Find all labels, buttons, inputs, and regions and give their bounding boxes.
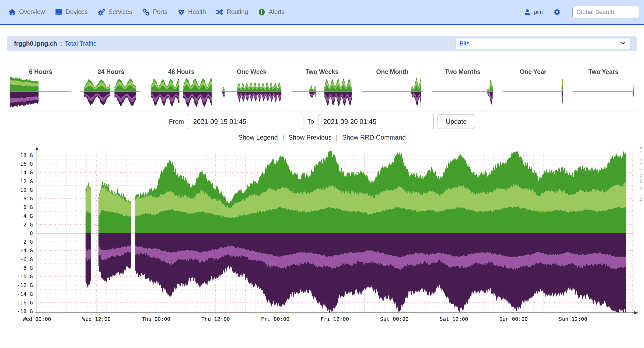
show-legend-link[interactable]: Show Legend — [238, 134, 278, 141]
time-range-one-year[interactable]: One Year — [498, 68, 568, 111]
svg-text:4 G: 4 G — [23, 213, 33, 219]
nav-item-ports[interactable]: Ports — [142, 8, 167, 16]
nav-item-label: Routing — [227, 8, 248, 16]
show-previous-link[interactable]: Show Previous — [288, 134, 331, 141]
settings-gear-icon[interactable] — [553, 8, 561, 16]
page-title-link[interactable]: Total Traffic — [65, 40, 96, 47]
svg-text:Fri 00:00: Fri 00:00 — [261, 316, 289, 322]
time-range-one-month[interactable]: One Month — [357, 68, 428, 111]
nav-item-label: Devices — [66, 8, 88, 16]
svg-text:Sun 00:00: Sun 00:00 — [499, 316, 528, 322]
from-label: From — [169, 118, 184, 125]
svg-text:Thu 12:00: Thu 12:00 — [201, 316, 230, 322]
user-menu[interactable]: pim — [523, 8, 543, 16]
gears-icon — [97, 8, 106, 16]
nav-item-health[interactable]: Health — [177, 8, 206, 16]
svg-text:2 G: 2 G — [23, 222, 33, 228]
svg-text:Sun 12:00: Sun 12:00 — [559, 316, 587, 322]
time-range-label: Two Weeks — [305, 68, 338, 76]
nav-item-label: Health — [188, 8, 206, 16]
time-range-two-weeks[interactable]: Two Weeks — [287, 68, 357, 111]
unit-dropdown-value: Bits — [460, 40, 470, 47]
nav-item-overview[interactable]: Overview — [8, 8, 45, 16]
svg-text:-16 G: -16 G — [17, 300, 33, 306]
time-range-label: One Year — [520, 68, 546, 76]
page-header-panel: frggh0.ipng.ch :: Total Traffic Bits — [7, 36, 637, 51]
time-range-mini-graph — [502, 76, 564, 111]
svg-text:6 G: 6 G — [23, 204, 33, 210]
time-range-label: One Month — [376, 68, 408, 76]
svg-text:16 G: 16 G — [20, 161, 33, 167]
show-rrd-command-link[interactable]: Show RRD Command — [342, 134, 406, 141]
time-range-two-months[interactable]: Two Months — [428, 68, 498, 111]
time-range-6-hours[interactable]: 6 Hours — [5, 68, 76, 111]
svg-text:0: 0 — [30, 230, 33, 236]
nav-item-label: Services — [108, 8, 132, 16]
time-range-thumbnails: 6 Hours24 Hours48 HoursOne WeekTwo Weeks… — [5, 68, 639, 112]
svg-text:-14 G: -14 G — [17, 291, 33, 297]
rrdtool-watermark: RRDTOOL / TOBI OETIKER — [639, 147, 643, 205]
to-date-input[interactable] — [318, 114, 434, 129]
time-range-mini-graph — [80, 76, 141, 111]
breadcrumb-separator: :: — [59, 40, 63, 47]
global-search-input[interactable] — [572, 6, 639, 18]
nav-item-label: Alerts — [269, 8, 285, 16]
graph-option-links: Show Legend | Show Previous | Show RRD C… — [0, 134, 644, 141]
time-range-label: One Week — [237, 68, 267, 76]
svg-text:12 G: 12 G — [20, 178, 33, 184]
time-range-mini-graph — [221, 76, 282, 111]
svg-text:8 G: 8 G — [23, 196, 33, 202]
link-separator: | — [336, 134, 338, 141]
time-range-label: Two Years — [588, 68, 618, 76]
server-icon — [55, 8, 63, 16]
unit-dropdown[interactable]: Bits — [456, 38, 630, 49]
traffic-graph-container: 18 G16 G14 G12 G10 G8 G6 G4 G2 G0-2 G-4 … — [0, 145, 644, 333]
nav-item-label: Overview — [19, 8, 45, 16]
time-range-one-week[interactable]: One Week — [216, 68, 287, 111]
top-navbar: Overview Devices Services Ports Health — [0, 0, 644, 25]
svg-text:Wed 12:00: Wed 12:00 — [82, 316, 111, 322]
home-icon — [8, 8, 16, 16]
time-range-mini-graph — [432, 76, 493, 111]
alert-icon — [258, 8, 266, 16]
username: pim — [534, 9, 543, 15]
svg-text:-2 G: -2 G — [20, 239, 33, 245]
nav-item-routing[interactable]: Routing — [216, 8, 248, 16]
svg-text:-6 G: -6 G — [20, 256, 33, 262]
svg-text:-18 G: -18 G — [17, 308, 33, 314]
time-range-mini-graph — [151, 76, 212, 111]
svg-text:-10 G: -10 G — [17, 274, 33, 280]
svg-text:-12 G: -12 G — [17, 282, 33, 288]
user-icon — [523, 8, 531, 16]
time-range-label: 6 Hours — [29, 68, 52, 76]
nav-item-devices[interactable]: Devices — [55, 8, 88, 16]
svg-text:18 G: 18 G — [20, 152, 33, 158]
time-range-mini-graph — [362, 76, 423, 111]
link-separator: | — [282, 134, 284, 141]
svg-text:14 G: 14 G — [20, 169, 33, 176]
svg-text:-4 G: -4 G — [20, 247, 33, 254]
nav-item-alerts[interactable]: Alerts — [258, 8, 285, 16]
from-date-input[interactable] — [188, 114, 303, 129]
time-range-mini-graph — [10, 76, 71, 111]
to-label: To — [307, 118, 314, 125]
time-range-48-hours[interactable]: 48 Hours — [146, 68, 216, 111]
device-name[interactable]: frggh0.ipng.ch — [14, 40, 57, 47]
chevron-down-icon — [620, 40, 626, 48]
svg-text:Sat 00:00: Sat 00:00 — [380, 316, 409, 322]
shuffle-icon — [216, 8, 224, 16]
time-range-24-hours[interactable]: 24 Hours — [76, 68, 146, 111]
svg-text:Fri 12:00: Fri 12:00 — [321, 316, 349, 322]
svg-text:-8 G: -8 G — [20, 265, 33, 271]
heartbeat-icon — [177, 8, 185, 16]
time-range-label: Two Months — [445, 68, 480, 76]
update-button[interactable]: Update — [438, 114, 475, 129]
traffic-graph[interactable]: 18 G16 G14 G12 G10 G8 G6 G4 G2 G0-2 G-4 … — [0, 145, 644, 333]
time-range-mini-graph — [573, 76, 634, 111]
date-range-controls: From To Update — [0, 114, 644, 129]
time-range-two-years[interactable]: Two Years — [568, 68, 639, 111]
svg-text:Wed 00:00: Wed 00:00 — [23, 316, 51, 322]
time-range-mini-graph — [291, 76, 352, 111]
nav-item-services[interactable]: Services — [97, 8, 132, 16]
svg-text:Sat 12:00: Sat 12:00 — [440, 316, 468, 322]
